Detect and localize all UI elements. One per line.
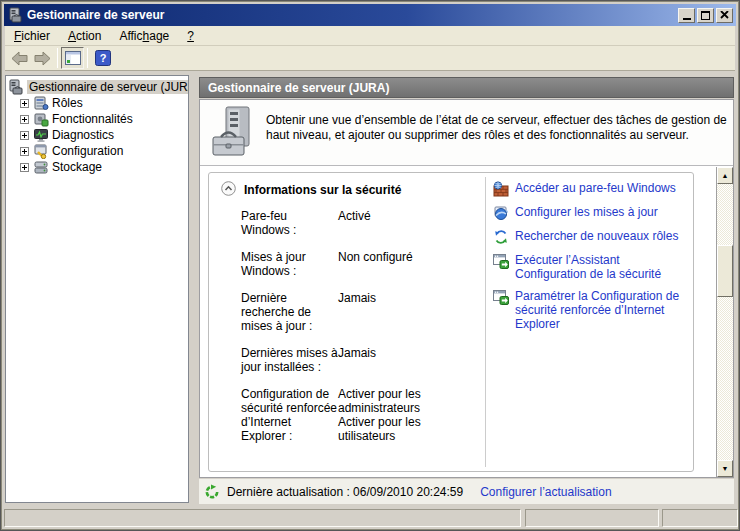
menu-action[interactable]: Action <box>59 27 110 45</box>
forward-arrow-icon <box>34 51 51 66</box>
field-label: Dernières mises à jour installées : <box>241 346 338 374</box>
application-window: Gestionnaire de serveur Fichier Action A… <box>0 0 740 531</box>
menu-help[interactable]: ? <box>178 27 203 45</box>
field-value: Activer pour les utilisateurs <box>338 415 481 443</box>
link-item[interactable]: Configurer les mises à jour <box>493 205 693 221</box>
tree-item-label: Configuration <box>52 144 123 158</box>
roles-icon <box>33 95 49 111</box>
details-header-title: Gestionnaire de serveur (JURA) <box>208 81 389 95</box>
link-label: Paramétrer la Configuration de sécurité … <box>515 289 693 331</box>
collapse-chevron-icon[interactable] <box>221 181 236 199</box>
toolbar-separator <box>57 48 58 68</box>
server-manager-icon <box>8 79 24 95</box>
field-row: Dernières mises à jour installées : Jama… <box>241 346 481 374</box>
overview-banner: Obtenir une vue d’ensemble de l’état de … <box>200 100 733 166</box>
console-tree-toggle-button[interactable] <box>61 47 84 69</box>
help-icon: ? <box>95 50 111 66</box>
tree-item-configuration[interactable]: Configuration <box>8 143 188 159</box>
configuration-icon <box>33 143 49 159</box>
console-tree: Gestionnaire de serveur (JURA) Rôles <box>5 75 189 503</box>
tree-item-label: Gestionnaire de serveur (JURA) <box>27 80 189 94</box>
status-cell <box>525 509 659 527</box>
scroll-down-button[interactable]: ▼ <box>717 460 733 477</box>
menu-label-part: ichier <box>21 29 50 43</box>
svg-text:?: ? <box>99 52 106 64</box>
overview-description: Obtenir une vue d’ensemble de l’état de … <box>266 113 740 143</box>
expand-plus-icon[interactable] <box>20 163 29 172</box>
scroll-up-button[interactable]: ▲ <box>717 167 733 184</box>
link-label: Configurer les mises à jour <box>515 205 693 221</box>
tree-item-fonctionnalites[interactable]: Fonctionnalités <box>8 111 188 127</box>
expand-plus-icon[interactable] <box>20 147 29 156</box>
minimize-button[interactable] <box>678 8 695 23</box>
tree-item-label: Diagnostics <box>52 128 114 142</box>
scrollbar-thumb[interactable] <box>717 245 733 297</box>
link-item[interactable]: Exécuter l’Assistant Configuration de la… <box>493 253 693 281</box>
status-bar <box>4 506 736 529</box>
server-toolbox-icon <box>210 104 262 165</box>
menu-label-part: age <box>149 29 169 43</box>
section-divider <box>485 177 486 467</box>
tree-item-server-manager[interactable]: Gestionnaire de serveur (JURA) <box>8 79 188 95</box>
field-row: Pare-feu Windows : Activé <box>241 209 481 237</box>
maximize-button[interactable] <box>697 8 714 23</box>
title-bar[interactable]: Gestionnaire de serveur <box>4 4 736 26</box>
expand-plus-icon[interactable] <box>20 115 29 124</box>
security-fields: Pare-feu Windows : Activé Mises à jour W… <box>241 209 481 456</box>
tree-item-label: Fonctionnalités <box>52 112 133 126</box>
menu-fichier[interactable]: Fichier <box>5 27 59 45</box>
close-button[interactable] <box>716 8 733 23</box>
features-icon <box>33 111 49 127</box>
expand-plus-icon[interactable] <box>20 131 29 140</box>
wizard-icon <box>493 289 509 305</box>
section-title: Informations sur la sécurité <box>244 183 401 197</box>
menu-label-key: ? <box>187 29 194 43</box>
field-value: Non configuré <box>338 250 481 264</box>
diagnostics-icon <box>33 127 49 143</box>
menu-affichage[interactable]: Affichage <box>110 27 178 45</box>
field-row: Configuration de sécurité renforcée d’In… <box>241 387 481 443</box>
wizard-icon <box>493 253 509 269</box>
field-value: Activé <box>338 209 481 223</box>
console-tree-icon <box>65 51 81 65</box>
maximize-icon <box>701 11 710 20</box>
storage-icon <box>33 159 49 175</box>
status-cell <box>4 509 521 527</box>
tree-item-roles[interactable]: Rôles <box>8 95 188 111</box>
menu-label-part: ction <box>76 29 101 43</box>
section-header: Informations sur la sécurité <box>221 181 401 199</box>
windows-update-icon <box>493 205 509 221</box>
field-label: Dernière recherche de mises à jour : <box>241 291 338 333</box>
field-value: Jamais <box>338 291 481 305</box>
field-value: Activer pour les administrateurs <box>338 387 481 415</box>
security-information-section: Informations sur la sécurité Pare-feu Wi… <box>208 172 694 472</box>
link-label: Accéder au pare-feu Windows <box>515 181 693 197</box>
last-refresh-text: Dernière actualisation : 06/09/2010 20:2… <box>227 485 463 499</box>
tree-item-diagnostics[interactable]: Diagnostics <box>8 127 188 143</box>
link-item[interactable]: Accéder au pare-feu Windows <box>493 181 693 197</box>
forward-button[interactable] <box>31 47 54 69</box>
field-row: Dernière recherche de mises à jour : Jam… <box>241 291 481 333</box>
link-item[interactable]: Paramétrer la Configuration de sécurité … <box>493 289 693 331</box>
refresh-status-line: Dernière actualisation : 06/09/2010 20:2… <box>199 479 734 504</box>
refresh-icon <box>204 484 220 500</box>
server-manager-icon <box>7 7 23 23</box>
details-header: Gestionnaire de serveur (JURA) <box>199 77 734 98</box>
vertical-scrollbar[interactable]: ▲ ▼ <box>716 167 733 477</box>
tree-item-label: Stockage <box>52 160 102 174</box>
details-body: Obtenir une vue d’ensemble de l’état de … <box>199 99 734 478</box>
link-label: Exécuter l’Assistant Configuration de la… <box>515 253 693 281</box>
link-item[interactable]: Rechercher de nouveaux rôles <box>493 229 693 245</box>
back-arrow-icon <box>11 51 28 66</box>
tree-item-stockage[interactable]: Stockage <box>8 159 188 175</box>
configure-refresh-link[interactable]: Configurer l’actualisation <box>480 485 611 499</box>
field-label: Pare-feu Windows : <box>241 209 338 237</box>
security-links: Accéder au pare-feu Windows <box>493 181 693 339</box>
help-button[interactable]: ? <box>91 47 114 69</box>
field-label: Mises à jour Windows : <box>241 250 338 278</box>
menu-label-key: A <box>68 29 76 43</box>
refresh-roles-icon <box>493 229 509 245</box>
back-button[interactable] <box>8 47 31 69</box>
toolbar-separator <box>87 48 88 68</box>
expand-plus-icon[interactable] <box>20 99 29 108</box>
